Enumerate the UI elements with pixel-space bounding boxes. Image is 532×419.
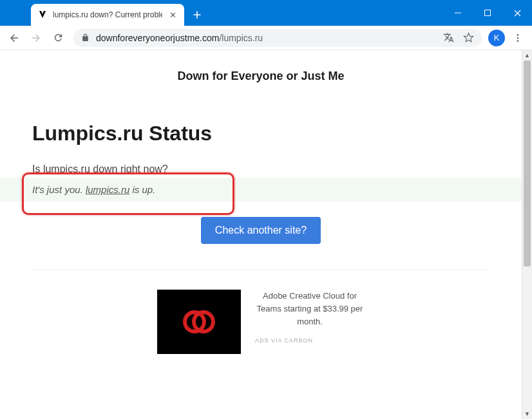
status-box: Is lumpics.ru down right now? It's just …: [32, 163, 489, 201]
ad-block[interactable]: Adobe Creative Cloud for Teams starting …: [0, 290, 522, 367]
avatar-initial: K: [494, 33, 500, 42]
ad-text: Adobe Creative Cloud for Teams starting …: [255, 290, 365, 328]
check-another-button[interactable]: Check another site?: [201, 217, 321, 244]
status-heading: Lumpics.ru Status: [32, 122, 489, 145]
svg-rect-0: [485, 10, 491, 16]
answer-prefix: It's just you.: [32, 184, 86, 195]
status-card: Lumpics.ru Status Is lumpics.ru down rig…: [0, 122, 522, 244]
answer-suffix: is up.: [129, 184, 155, 195]
back-button[interactable]: [5, 29, 23, 47]
window-titlebar: lumpics.ru down? Current proble ✕: [0, 0, 532, 26]
scroll-down-icon[interactable]: ▼: [522, 409, 532, 419]
status-question: Is lumpics.ru down right now?: [32, 163, 489, 175]
menu-button[interactable]: [509, 29, 527, 47]
scrollbar[interactable]: ▲ ▼: [522, 50, 532, 419]
lock-icon: [81, 33, 90, 42]
reload-button[interactable]: [49, 29, 67, 47]
scrollbar-thumb[interactable]: [524, 61, 531, 266]
scroll-up-icon[interactable]: ▲: [522, 50, 532, 61]
window-controls: [443, 0, 532, 26]
tab-favicon-icon: [37, 10, 48, 20]
profile-avatar[interactable]: K: [488, 30, 505, 46]
url-text: downforeveryoneorjustme.com/lumpics.ru: [96, 33, 437, 43]
maximize-button[interactable]: [473, 0, 502, 26]
close-window-button[interactable]: [502, 0, 532, 26]
ad-image: [157, 290, 241, 354]
tab-title: lumpics.ru down? Current proble: [53, 10, 162, 19]
ad-via[interactable]: ADS VIA CARBON: [255, 337, 365, 344]
site-name: Down for Everyone or Just Me: [0, 70, 522, 83]
svg-point-1: [517, 34, 519, 36]
close-tab-icon[interactable]: ✕: [167, 10, 178, 20]
status-answer: It's just you. lumpics.ru is up.: [32, 184, 489, 195]
svg-point-3: [517, 40, 519, 42]
new-tab-button[interactable]: [188, 6, 206, 24]
svg-point-2: [517, 37, 519, 39]
url-path: /lumpics.ru: [219, 33, 263, 43]
browser-toolbar: downforeveryoneorjustme.com/lumpics.ru K: [0, 26, 532, 50]
answer-site-link[interactable]: lumpics.ru: [86, 184, 129, 195]
minimize-button[interactable]: [443, 0, 473, 26]
translate-icon[interactable]: [443, 32, 454, 43]
page-viewport: Down for Everyone or Just Me Lumpics.ru …: [0, 50, 532, 419]
divider: [32, 270, 489, 270]
bookmark-icon[interactable]: [463, 32, 474, 43]
address-bar[interactable]: downforeveryoneorjustme.com/lumpics.ru: [73, 29, 482, 47]
browser-tab[interactable]: lumpics.ru down? Current proble ✕: [31, 4, 184, 26]
url-host: downforeveryoneorjustme.com: [96, 33, 219, 43]
forward-button[interactable]: [27, 29, 45, 47]
